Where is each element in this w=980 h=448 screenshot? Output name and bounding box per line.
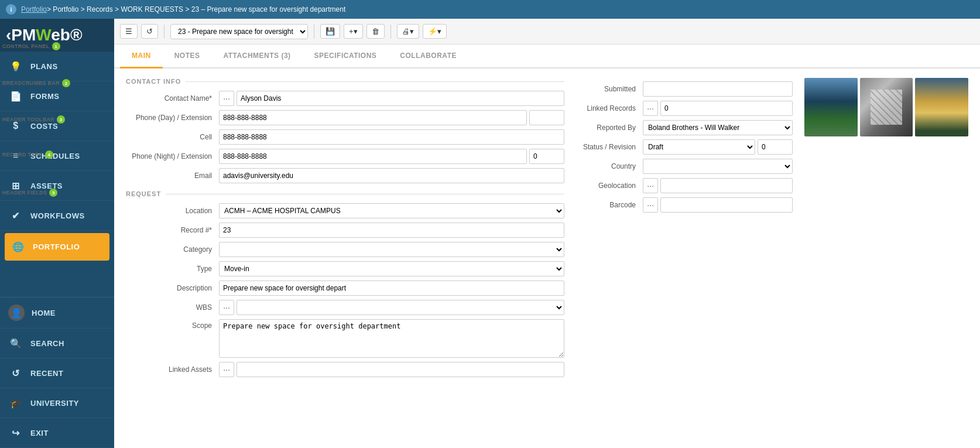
undo-button[interactable]: ↺	[141, 24, 158, 39]
wbs-ellipsis[interactable]: ···	[219, 300, 234, 315]
sidebar-item-exit[interactable]: ↪ EXIT	[0, 418, 114, 448]
header-fields: CONTACT INFO Contact Name* ··· Phone (Da…	[114, 69, 980, 448]
save-button[interactable]: 💾	[320, 24, 340, 39]
linked-records-input[interactable]	[660, 101, 793, 116]
sidebar-item-label: PLANS	[30, 62, 58, 71]
forms-icon: 📄	[8, 88, 23, 104]
status-revision-input[interactable]	[758, 139, 793, 155]
category-row: Category	[126, 242, 564, 257]
scope-label: Scope	[126, 319, 217, 330]
sidebar-item-label: SCHEDULES	[30, 152, 80, 160]
delete-button[interactable]: 🗑	[366, 24, 385, 39]
phone-day-ext-input[interactable]	[529, 110, 564, 125]
portfolio-link[interactable]: Portfolio	[21, 5, 47, 13]
tab-specifications[interactable]: SPECIFICATIONS	[303, 45, 389, 69]
linked-assets-input[interactable]	[237, 362, 564, 377]
home-icon: 👤	[8, 305, 25, 321]
search-icon: 🔍	[8, 336, 23, 351]
sidebar-item-label: PORTFOLIO	[33, 242, 80, 251]
contact-name-ellipsis[interactable]: ···	[219, 91, 234, 106]
phone-day-row: Phone (Day) / Extension	[126, 110, 564, 125]
location-select[interactable]: ACMH – ACME HOSPITAL CAMPUS	[219, 203, 564, 218]
wbs-label: WBS	[126, 303, 217, 312]
costs-icon: $	[8, 118, 23, 134]
sidebar-item-costs[interactable]: $ COSTS	[0, 111, 114, 141]
sidebar-item-university[interactable]: 🎓 UNIVERSITY	[0, 388, 114, 418]
add-button[interactable]: +▾	[344, 24, 363, 39]
lightning-button[interactable]: ⚡▾	[423, 24, 447, 39]
photo-1	[804, 78, 858, 136]
request-section: REQUEST	[126, 190, 564, 197]
sidebar-item-portfolio[interactable]: 🌐 PORTFOLIO	[5, 233, 109, 261]
print-button[interactable]: 🖨▾	[397, 24, 419, 39]
reported-by-select[interactable]: Boland Brothers - Will Walker	[643, 120, 793, 135]
sidebar-item-forms[interactable]: 📄 FORMS	[0, 81, 114, 111]
university-icon: 🎓	[8, 395, 23, 411]
breadcrumb-path: > Portfolio > Records > WORK REQUESTS > …	[47, 5, 345, 13]
tab-attachments[interactable]: ATTACHMENTS (3)	[212, 45, 303, 69]
sidebar-item-label: COSTS	[30, 122, 58, 131]
record-num-label: Record #*	[126, 226, 217, 234]
email-input[interactable]	[219, 168, 564, 183]
status-select[interactable]: Draft	[643, 139, 755, 155]
geolocation-ellipsis[interactable]: ···	[643, 178, 658, 193]
phone-day-input[interactable]	[219, 110, 527, 125]
phone-day-label: Phone (Day) / Extension	[126, 114, 217, 122]
record-selector[interactable]: 23 - Prepare new space for oversight	[170, 24, 308, 39]
geolocation-input[interactable]	[660, 178, 793, 193]
tab-main[interactable]: MAIN	[120, 45, 163, 69]
submitted-input[interactable]	[643, 81, 793, 97]
category-select[interactable]	[219, 242, 564, 257]
scope-textarea[interactable]: Prepare new space for oversight departme…	[219, 319, 564, 358]
country-select[interactable]	[643, 159, 793, 174]
info-icon[interactable]: i	[6, 4, 16, 15]
contact-name-label: Contact Name*	[126, 94, 217, 102]
record-num-input[interactable]	[219, 223, 564, 238]
linked-assets-row: Linked Assets ···	[126, 362, 564, 377]
linked-assets-ellipsis[interactable]: ···	[219, 362, 234, 377]
phone-night-input[interactable]	[219, 149, 527, 164]
tab-collaborate[interactable]: COLLABORATE	[388, 45, 468, 69]
contact-name-row: Contact Name* ···	[126, 91, 564, 106]
location-label: Location	[126, 207, 217, 215]
cell-input[interactable]	[219, 129, 564, 145]
description-row: Description	[126, 281, 564, 296]
barcode-input[interactable]	[660, 197, 793, 213]
sidebar-item-home[interactable]: 👤 HOME	[0, 297, 114, 329]
sidebar-item-plans[interactable]: 💡 PLANS	[0, 52, 114, 81]
status-label: Status / Revision	[576, 143, 640, 151]
cell-label: Cell	[126, 133, 217, 141]
tab-notes[interactable]: NOTES	[163, 45, 212, 69]
sidebar-item-assets[interactable]: ⊞ ASSETS	[0, 171, 114, 201]
sidebar-item-search[interactable]: 🔍 SEARCH	[0, 329, 114, 358]
barcode-ellipsis[interactable]: ···	[643, 197, 658, 213]
record-num-row: Record #*	[126, 223, 564, 238]
photo-panel	[804, 78, 968, 439]
email-row: Email	[126, 168, 564, 183]
sidebar-item-recent[interactable]: ↺ RECENT	[0, 358, 114, 388]
plans-icon: 💡	[8, 59, 23, 74]
submitted-row: Submitted	[576, 81, 793, 97]
phone-night-ext-input[interactable]	[529, 149, 564, 164]
recent-icon: ↺	[8, 365, 23, 381]
cell-row: Cell	[126, 129, 564, 145]
sidebar-item-workflows[interactable]: ✔ WORKFLOWS	[0, 201, 114, 231]
reported-by-label: Reported By	[576, 124, 640, 132]
scope-row: Scope Prepare new space for oversight de…	[126, 319, 564, 358]
contact-name-input[interactable]	[237, 91, 564, 106]
list-view-button[interactable]: ☰	[120, 24, 138, 39]
country-row: Country	[576, 159, 793, 174]
geolocation-label: Geolocation	[576, 182, 640, 190]
location-row: Location ACMH – ACME HOSPITAL CAMPUS	[126, 203, 564, 218]
type-select[interactable]: Move-in	[219, 261, 564, 276]
wbs-select[interactable]	[237, 300, 564, 315]
barcode-label: Barcode	[576, 201, 640, 209]
description-input[interactable]	[219, 281, 564, 296]
assets-icon: ⊞	[8, 178, 23, 193]
linked-records-ellipsis[interactable]: ···	[643, 101, 658, 116]
type-label: Type	[126, 265, 217, 273]
sidebar-item-schedules[interactable]: ≡ SCHEDULES	[0, 141, 114, 171]
content-area: ☰ ↺ 23 - Prepare new space for oversight…	[114, 19, 980, 448]
sidebar-item-label: HOME	[32, 309, 56, 317]
linked-records-row: Linked Records ···	[576, 101, 793, 116]
